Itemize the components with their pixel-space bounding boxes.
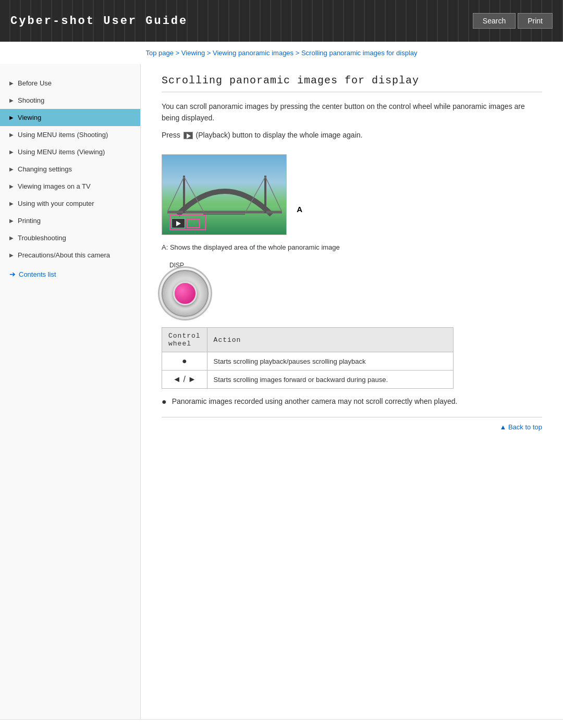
sidebar-label: Before Use — [18, 79, 52, 87]
table-symbol-2: ◄ / ► — [162, 371, 207, 389]
breadcrumb-top[interactable]: Top page — [146, 49, 174, 57]
table-action-1: Starts scrolling playback/pauses scrolli… — [207, 352, 453, 371]
sidebar-item-precautions[interactable]: ▶ Precautions/About this camera — [0, 246, 140, 264]
arrow-icon: ▶ — [9, 183, 14, 189]
contents-list-label: Contents list — [19, 270, 56, 278]
arrow-icon: ▶ — [9, 201, 14, 206]
app-title: Cyber-shot User Guide — [10, 15, 188, 28]
note-text: Panoramic images recorded using another … — [172, 397, 458, 405]
note: ● Panoramic images recorded using anothe… — [162, 397, 542, 406]
breadcrumb: Top page > Viewing > Viewing panoramic i… — [0, 42, 563, 64]
sidebar-label: Viewing images on a TV — [18, 182, 91, 190]
sidebar-item-viewing[interactable]: ▶ Viewing — [0, 109, 140, 126]
sidebar-item-computer[interactable]: ▶ Using with your computer — [0, 195, 140, 212]
arrow-icon: ▶ — [9, 132, 14, 138]
content-area: Scrolling panoramic images for display Y… — [141, 64, 563, 719]
sidebar-label: Viewing — [18, 114, 41, 121]
intro-text: You can scroll panoramic images by press… — [162, 101, 542, 124]
control-table: Control wheel Action ● Starts scrolling … — [162, 327, 454, 389]
sidebar-label: Troubleshooting — [18, 234, 66, 242]
arrow-icon: ▶ — [9, 149, 14, 155]
view-indicator — [169, 215, 206, 230]
sidebar-item-tv[interactable]: ▶ Viewing images on a TV — [0, 178, 140, 195]
sidebar-label: Shooting — [18, 96, 44, 104]
back-to-top-container: Back to top — [162, 417, 542, 436]
svg-line-3 — [167, 177, 184, 212]
table-header-action: Action — [207, 328, 453, 352]
sidebar-item-before-use[interactable]: ▶ Before Use — [0, 75, 140, 92]
panorama-image — [162, 154, 287, 235]
arrow-icon: ▶ — [9, 218, 14, 224]
table-action-2: Starts scrolling images forward or backw… — [207, 371, 453, 389]
label-a: A — [297, 205, 302, 214]
table-symbol-1: ● — [162, 352, 207, 371]
contents-list-link[interactable]: ➔ Contents list — [0, 264, 140, 285]
arrow-icon: ▶ — [9, 166, 14, 172]
sidebar-item-menu-viewing[interactable]: ▶ Using MENU items (Viewing) — [0, 143, 140, 161]
label-a-caption: A: Shows the displayed area of the whole… — [162, 243, 542, 251]
breadcrumb-current: Scrolling panoramic images for display — [301, 49, 418, 57]
arrow-icon: ▶ — [9, 80, 14, 86]
label-a-line — [203, 209, 266, 219]
arrow-icon: ▶ — [9, 252, 14, 258]
arrow-icon: ▶ — [9, 235, 14, 241]
back-to-top-link[interactable]: Back to top — [499, 423, 542, 431]
panorama-image-area: A — [162, 154, 287, 235]
breadcrumb-viewing[interactable]: Viewing — [181, 49, 205, 57]
header: Cyber-shot User Guide Search Print — [0, 0, 563, 42]
print-button[interactable]: Print — [518, 13, 553, 29]
sidebar-label: Using with your computer — [18, 200, 94, 207]
press-prefix: Press — [162, 131, 182, 139]
search-button[interactable]: Search — [473, 13, 516, 29]
sidebar-label: Using MENU items (Viewing) — [18, 148, 105, 156]
sidebar-label: Using MENU items (Shooting) — [18, 131, 108, 139]
table-header-wheel: Control wheel — [162, 328, 207, 352]
sidebar-label: Printing — [18, 217, 41, 225]
sidebar-item-printing[interactable]: ▶ Printing — [0, 212, 140, 229]
control-wheel — [162, 270, 209, 317]
sidebar-item-troubleshooting[interactable]: ▶ Troubleshooting — [0, 229, 140, 246]
sidebar-item-menu-shooting[interactable]: ▶ Using MENU items (Shooting) — [0, 126, 140, 143]
svg-line-6 — [265, 177, 282, 212]
note-bullet: ● — [162, 397, 167, 406]
page-title: Scrolling panoramic images for display — [162, 75, 542, 92]
footer: Copyright 2013 Sony Corporation — [0, 719, 563, 728]
table-row: ● Starts scrolling playback/pauses scrol… — [162, 352, 454, 371]
header-buttons: Search Print — [473, 13, 553, 29]
sidebar-item-shooting[interactable]: ▶ Shooting — [0, 92, 140, 109]
press-text: Press (Playback) button to display the w… — [162, 129, 542, 141]
control-wheel-area: DISP — [162, 262, 542, 317]
arrow-icon: ▶ — [9, 97, 14, 103]
main-layout: ▶ Before Use ▶ Shooting ▶ Viewing ▶ Usin… — [0, 64, 563, 719]
sidebar-item-settings[interactable]: ▶ Changing settings — [0, 161, 140, 178]
press-text-content: (Playback) button to display the whole i… — [196, 131, 363, 139]
arrow-icon: ▶ — [9, 115, 14, 120]
table-row: ◄ / ► Starts scrolling images forward or… — [162, 371, 454, 389]
sidebar: ▶ Before Use ▶ Shooting ▶ Viewing ▶ Usin… — [0, 64, 141, 719]
playback-icon — [183, 132, 193, 139]
breadcrumb-viewing-panoramic[interactable]: Viewing panoramic images — [213, 49, 293, 57]
sidebar-label: Precautions/About this camera — [18, 251, 110, 259]
sidebar-label: Changing settings — [18, 165, 72, 173]
